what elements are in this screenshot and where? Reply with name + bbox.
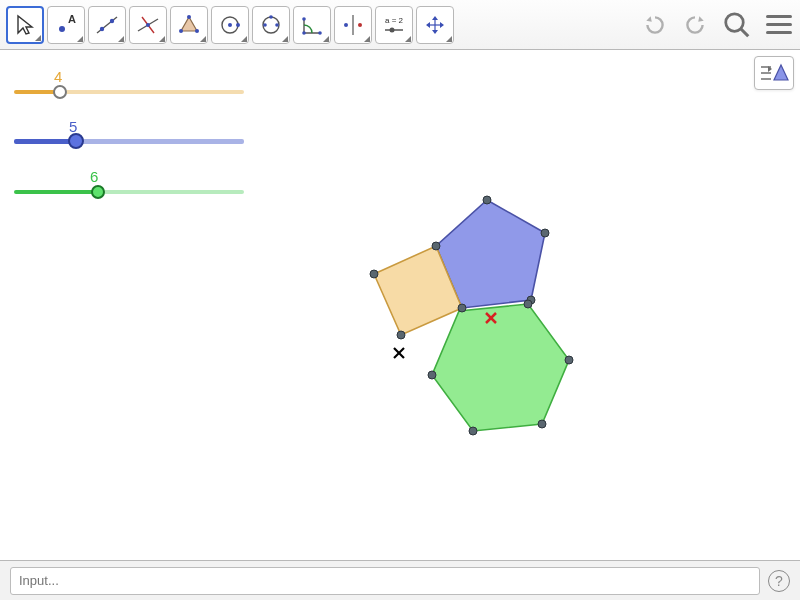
circle-center-tool-icon bbox=[216, 11, 244, 39]
polygon-tool-icon bbox=[175, 11, 203, 39]
svg-point-20 bbox=[318, 31, 322, 35]
shapes-layer bbox=[0, 50, 800, 560]
svg-point-0 bbox=[59, 26, 65, 32]
help-icon[interactable]: ? bbox=[768, 570, 790, 592]
svg-marker-8 bbox=[181, 17, 197, 31]
toolbar-right bbox=[642, 0, 792, 49]
vertex-point[interactable] bbox=[483, 196, 491, 204]
svg-text:A: A bbox=[68, 13, 76, 25]
svg-point-27 bbox=[390, 27, 395, 32]
svg-point-21 bbox=[302, 31, 306, 35]
redo-icon[interactable] bbox=[682, 12, 708, 38]
algebra-input[interactable] bbox=[10, 567, 760, 595]
toolbar: A a = 2 bbox=[0, 0, 800, 50]
angle-tool-icon bbox=[298, 11, 326, 39]
hexagon-shape[interactable] bbox=[432, 304, 569, 431]
svg-point-3 bbox=[100, 26, 104, 30]
vertex-point[interactable] bbox=[397, 331, 405, 339]
tool-group: A a = 2 bbox=[6, 6, 454, 44]
slider-tool[interactable]: a = 2 bbox=[375, 6, 413, 44]
point-tool-icon: A bbox=[52, 11, 80, 39]
svg-point-11 bbox=[179, 29, 183, 33]
vertex-point[interactable] bbox=[469, 427, 477, 435]
menu-icon[interactable] bbox=[766, 15, 792, 34]
vertex-point[interactable] bbox=[565, 356, 573, 364]
polygon-tool[interactable] bbox=[170, 6, 208, 44]
search-icon[interactable] bbox=[722, 10, 752, 40]
svg-point-23 bbox=[344, 23, 348, 27]
svg-point-24 bbox=[358, 23, 362, 27]
circle-center-tool[interactable] bbox=[211, 6, 249, 44]
svg-line-31 bbox=[741, 28, 749, 36]
vertex-point[interactable] bbox=[370, 270, 378, 278]
svg-point-14 bbox=[236, 23, 240, 27]
svg-line-2 bbox=[97, 17, 117, 33]
line-tool[interactable] bbox=[88, 6, 126, 44]
vertex-point[interactable] bbox=[524, 300, 532, 308]
svg-point-30 bbox=[726, 13, 744, 31]
reflect-tool[interactable] bbox=[334, 6, 372, 44]
slider-tool-icon: a = 2 bbox=[380, 11, 408, 39]
move-view-tool[interactable] bbox=[416, 6, 454, 44]
graphics-view[interactable]: 4 5 6 bbox=[0, 50, 800, 560]
move-tool[interactable] bbox=[6, 6, 44, 44]
perpendicular-line-tool-icon bbox=[134, 11, 162, 39]
reflect-tool-icon bbox=[339, 11, 367, 39]
svg-point-9 bbox=[187, 15, 191, 19]
perpendicular-tool[interactable] bbox=[129, 6, 167, 44]
vertex-point[interactable] bbox=[458, 304, 466, 312]
undo-icon[interactable] bbox=[642, 12, 668, 38]
svg-point-13 bbox=[228, 23, 232, 27]
svg-point-16 bbox=[263, 23, 267, 27]
input-bar: ? bbox=[0, 560, 800, 600]
svg-point-4 bbox=[110, 18, 114, 22]
vertex-point[interactable] bbox=[428, 371, 436, 379]
move-view-tool-icon bbox=[421, 11, 449, 39]
ellipse-tool[interactable] bbox=[252, 6, 290, 44]
svg-point-17 bbox=[275, 23, 279, 27]
svg-point-19 bbox=[302, 17, 306, 21]
vertex-point[interactable] bbox=[541, 229, 549, 237]
svg-point-10 bbox=[195, 29, 199, 33]
svg-text:a = 2: a = 2 bbox=[385, 16, 404, 25]
angle-tool[interactable] bbox=[293, 6, 331, 44]
line-tool-icon bbox=[93, 11, 121, 39]
vertex-point[interactable] bbox=[432, 242, 440, 250]
point-tool[interactable]: A bbox=[47, 6, 85, 44]
svg-point-18 bbox=[269, 15, 273, 19]
ellipse-tool-icon bbox=[257, 11, 285, 39]
vertex-point[interactable] bbox=[538, 420, 546, 428]
svg-point-7 bbox=[146, 23, 150, 27]
black-cross-point[interactable] bbox=[394, 348, 404, 358]
